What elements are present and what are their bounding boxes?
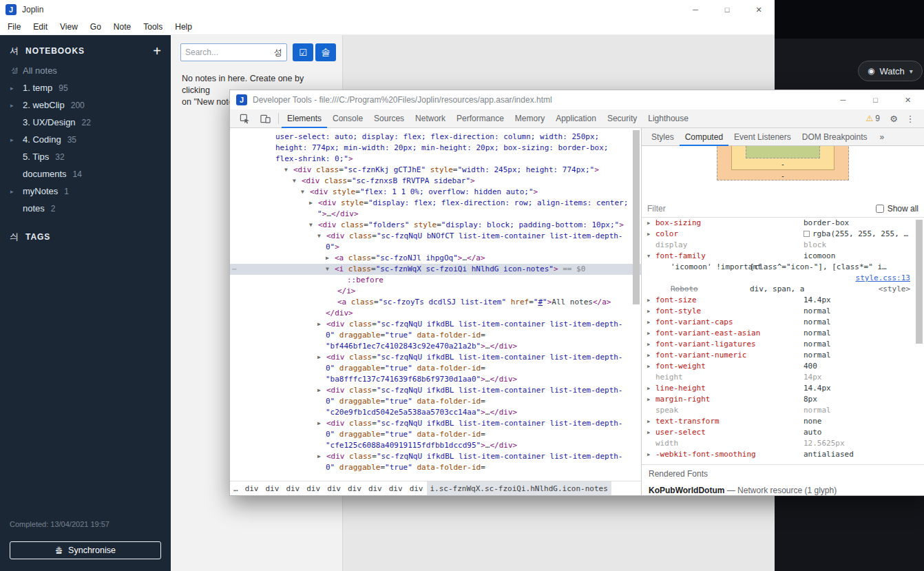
stylesheet-link[interactable]: style.css:13 [856, 273, 910, 284]
expand-arrow-icon[interactable]: ▸ [10, 102, 14, 109]
device-toolbar-icon[interactable] [255, 110, 275, 127]
devtools-tab-elements[interactable]: Elements [282, 110, 327, 128]
prop-collapsed-arrow-icon[interactable]: ▶ [647, 416, 650, 427]
tree-expanded-arrow-icon[interactable]: ▼ [309, 220, 313, 231]
tree-collapsed-arrow-icon[interactable]: ▶ [326, 253, 329, 264]
expand-arrow-icon[interactable]: ▸ [10, 188, 14, 195]
devtools-tab-lighthouse[interactable]: Lighthouse [642, 110, 694, 128]
breadcrumb-item[interactable]: div [365, 481, 386, 496]
tree-collapsed-arrow-icon[interactable]: ▶ [309, 198, 313, 209]
tree-line[interactable]: "cfe125c6088a40919115fdfbb1dccd95">…</di… [230, 440, 641, 451]
show-all-toggle[interactable]: Show all [876, 204, 918, 214]
tree-line[interactable]: height: 774px; min-width: 20px; min-heig… [230, 143, 641, 154]
tree-expanded-arrow-icon[interactable]: ▼ [284, 165, 288, 176]
tree-line[interactable]: ▼<div class="sc-fznxsB fRVTPA sidebar"> [230, 176, 641, 187]
tree-expanded-arrow-icon[interactable]: ▼ [293, 176, 296, 187]
computed-property-row[interactable]: ▶colorrgba(255, 255, 255, … [642, 229, 924, 240]
tree-line[interactable]: ▼<div class="sc-fzqNqU bNOfCT list-item-… [230, 231, 641, 242]
tree-line[interactable]: <a class="sc-fzoyTs dcdlSJ list-item" hr… [230, 297, 641, 308]
sidebar-folder[interactable]: documents14 [0, 165, 171, 183]
computed-property-row[interactable]: ▶text-transformnone [642, 416, 924, 427]
sidebar-folder[interactable]: ▸myNotes1 [0, 183, 171, 200]
devtools-tab-console[interactable]: Console [327, 110, 368, 128]
tree-line[interactable]: ▼<div class="sc-fznKkj gCTJhE" style="wi… [230, 165, 641, 176]
tree-line[interactable]: "c20e9fb1cd5042e5a538aa5703cc14aa">…</di… [230, 407, 641, 418]
tree-line[interactable]: "ba8fffc137c741639f68b6f9730d1aa0">…</di… [230, 374, 641, 385]
tree-collapsed-arrow-icon[interactable]: ▶ [317, 451, 321, 462]
sidebar-item-all-notes[interactable]: 셩 All notes [0, 61, 171, 79]
tree-line[interactable]: user-select: auto; display: flex; flex-d… [230, 132, 641, 143]
computed-property-row[interactable]: ▼font-familyicomoon [642, 251, 924, 262]
sidebar-folder[interactable]: notes2 [0, 200, 171, 217]
sidebar-tab-styles[interactable]: Styles [646, 128, 680, 146]
prop-collapsed-arrow-icon[interactable]: ▶ [647, 229, 650, 240]
styles-scrollbar[interactable] [916, 220, 923, 344]
prop-collapsed-arrow-icon[interactable]: ▶ [647, 295, 650, 306]
computed-property-row[interactable]: ▶user-selectauto [642, 427, 924, 438]
tree-line[interactable]: ▼<div class="folders" style="display: bl… [230, 220, 641, 231]
kebab-menu-icon[interactable]: ⋮ [902, 114, 918, 124]
prop-collapsed-arrow-icon[interactable]: ▶ [647, 383, 650, 394]
devtools-tab-memory[interactable]: Memory [510, 110, 550, 128]
computed-property-row[interactable]: speaknormal [642, 405, 924, 416]
tree-line[interactable]: ▼<div style="flex: 1 1 0%; overflow: hid… [230, 187, 641, 198]
tree-line[interactable]: ▶<div style="display: flex; flex-directi… [230, 198, 641, 209]
tree-line[interactable]: ▶<a class="sc-fzoNJl ihpgOq">…</a> [230, 253, 641, 264]
tree-collapsed-arrow-icon[interactable]: ▶ [317, 418, 321, 429]
computed-property-row[interactable]: width12.5625px [642, 438, 924, 449]
tree-collapsed-arrow-icon[interactable]: ▶ [317, 385, 321, 396]
tree-line[interactable]: ▶<div class="sc-fzqNqU ifkdBL list-item-… [230, 451, 641, 462]
menu-item-tools[interactable]: Tools [137, 22, 169, 32]
devtools-tab-application[interactable]: Application [550, 110, 602, 128]
menu-item-file[interactable]: File [1, 22, 27, 32]
overflow-tabs-icon[interactable]: » [879, 132, 884, 142]
settings-gear-icon[interactable]: ⚙ [885, 114, 902, 124]
sidebar-folder[interactable]: ▸1. temp95 [0, 79, 171, 96]
tree-line[interactable]: 0" draggable="true" data-folder-id= [230, 462, 641, 473]
devtools-tab-sources[interactable]: Sources [368, 110, 410, 128]
warnings-badge[interactable]: ⚠ 9 [861, 114, 885, 123]
devtools-tab-network[interactable]: Network [410, 110, 451, 128]
tree-line[interactable]: flex-shrink: 0;"> [230, 154, 641, 165]
sort-notes-button[interactable]: 솔 [315, 43, 336, 61]
tree-expanded-arrow-icon[interactable]: ▼ [317, 231, 321, 242]
computed-property-row[interactable]: ▶font-variant-numericnormal [642, 350, 924, 361]
computed-property-row[interactable]: ▶-webkit-font-smoothingantialiased [642, 449, 924, 460]
tree-collapsed-arrow-icon[interactable]: ▶ [317, 352, 321, 363]
elements-scrollbar[interactable] [633, 130, 640, 304]
prop-expanded-arrow-icon[interactable]: ▼ [647, 251, 650, 262]
tree-expanded-arrow-icon[interactable]: ▼ [301, 187, 304, 198]
menu-item-help[interactable]: Help [169, 22, 198, 32]
breadcrumb-item[interactable]: div [406, 481, 427, 496]
computed-property-row[interactable]: height14px [642, 372, 924, 383]
computed-property-row[interactable]: ▶font-variant-ligaturesnormal [642, 339, 924, 350]
tree-line[interactable]: "bf446bf1ec7c4102843c92e470a21a2b">…</di… [230, 341, 641, 352]
computed-property-row[interactable]: ▶line-height14.4px [642, 383, 924, 394]
prop-collapsed-arrow-icon[interactable]: ▶ [647, 394, 650, 405]
toggle-sort-order-button[interactable]: ☑ [293, 43, 313, 61]
minimize-button[interactable]: ─ [680, 0, 711, 19]
breadcrumb-item[interactable]: div [324, 481, 344, 496]
breadcrumb-item[interactable]: div [344, 481, 365, 496]
sidebar-folder[interactable]: ▸2. webClip200 [0, 96, 171, 114]
show-all-checkbox[interactable] [876, 205, 884, 213]
prop-collapsed-arrow-icon[interactable]: ▶ [647, 317, 650, 328]
maximize-button[interactable]: □ [711, 0, 743, 19]
tree-line[interactable]: ▶<div class="sc-fzqNqU ifkdBL list-item-… [230, 385, 641, 396]
tree-line[interactable]: 0"> [230, 242, 641, 253]
tree-collapsed-arrow-icon[interactable]: ▶ [317, 319, 321, 330]
menu-item-note[interactable]: Note [107, 22, 137, 32]
tree-line[interactable]: 0" draggable="true" data-folder-id= [230, 363, 641, 374]
sidebar-tab-dom-breakpoints[interactable]: DOM Breakpoints [797, 128, 873, 146]
close-button[interactable]: ✕ [743, 0, 775, 19]
expand-arrow-icon[interactable]: ▸ [10, 136, 14, 143]
search-input[interactable] [185, 48, 274, 57]
synchronise-button[interactable]: 츨 Synchronise [10, 541, 161, 559]
sidebar-tab-computed[interactable]: Computed [680, 128, 728, 146]
menu-item-view[interactable]: View [54, 22, 84, 32]
breadcrumb-item[interactable]: div [386, 481, 406, 496]
devtools-tab-security[interactable]: Security [602, 110, 642, 128]
prop-collapsed-arrow-icon[interactable]: ▶ [647, 350, 650, 361]
computed-property-row[interactable]: ▶font-variant-east-asiannormal [642, 328, 924, 339]
inspect-element-icon[interactable] [234, 110, 255, 127]
